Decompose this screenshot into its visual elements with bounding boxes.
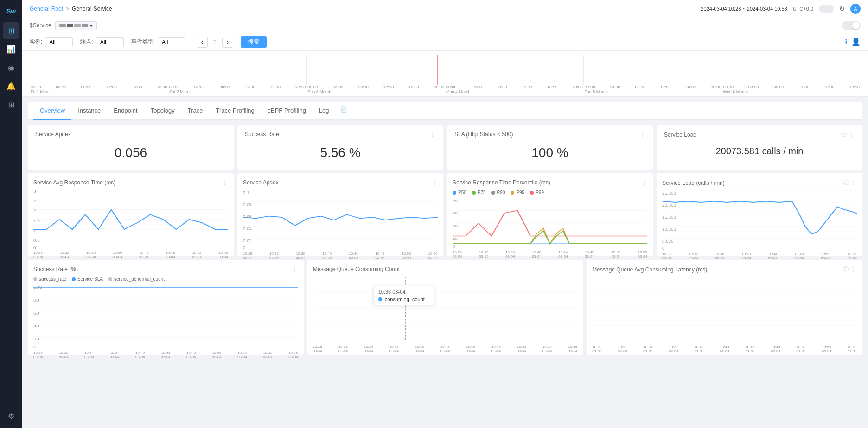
- event-type-select[interactable]: All: [158, 37, 185, 47]
- toggle-handle: [852, 22, 860, 29]
- sidebar: Sw ⊞ 📊 ◉ 🔔 ⊞ ⚙: [0, 0, 22, 428]
- tab-topology[interactable]: Topology: [144, 102, 181, 120]
- service-load-chart-info-icon[interactable]: ⓘ: [843, 179, 849, 187]
- avg-response-svg: 3 2.5 2 1.5 1 0.5 0: [33, 190, 228, 250]
- success-rate-x-labels: 10:2803-0410:3103-0410:3403-0410:3703-04…: [33, 351, 298, 359]
- mq-consuming-chart: 10:36 03-04 consuming_count - 10:2803-04…: [313, 277, 578, 341]
- sidebar-settings[interactable]: ⚙: [3, 408, 19, 424]
- sidebar-profiling[interactable]: ⊞: [3, 96, 19, 113]
- timeline-chart[interactable]: 00:0004:0008:0012:0016:0020:00 Fri 1 Mar…: [30, 55, 861, 96]
- svg-text:20: 20: [453, 224, 458, 228]
- mq-consuming-menu-btn[interactable]: ⋮: [571, 265, 577, 273]
- response-percentile-menu-btn[interactable]: ⋮: [641, 179, 647, 186]
- pagination: ‹ 1 ›: [197, 37, 233, 48]
- tab-overview[interactable]: Overview: [33, 102, 71, 120]
- main-panel: General-Root > General-Service 2024-03-0…: [22, 0, 868, 428]
- service-dot-3: [74, 24, 81, 27]
- svg-text:0.06: 0.06: [243, 215, 252, 219]
- user-icon-btn[interactable]: 👤: [851, 38, 861, 46]
- time-range-display: 2024-03-04 10:28 ~ 2024-03-04 10:58: [701, 6, 787, 12]
- legend-p90: P90: [491, 190, 505, 195]
- service-load-title: Service Load ⓘ ⋮: [664, 131, 855, 138]
- success-rate-chart-title: Success Rate (%) ⋮: [33, 265, 298, 273]
- tooltip-row: consuming_count -: [378, 296, 429, 302]
- sidebar-home[interactable]: ⊞: [3, 22, 19, 39]
- event-type-filter-group: 事件类型: All: [131, 37, 185, 47]
- mq-latency-info-icon[interactable]: ⓘ: [843, 265, 849, 273]
- tab-trace-profiling[interactable]: Trace Profiling: [209, 102, 261, 120]
- tab-doc-icon[interactable]: 📄: [336, 102, 352, 119]
- avg-response-title: Service Avg Response Time (ms) ⋮: [33, 179, 228, 186]
- page-next-btn[interactable]: ›: [222, 37, 233, 48]
- timeline-sun-labels: 00:0004:0008:0012:0016:0020:00 Sun 3 Mar…: [306, 85, 445, 94]
- response-percentile-svg: 40 30 20 10 0: [453, 198, 647, 249]
- service-dot-4: [82, 24, 88, 27]
- service-selector[interactable]: ▾: [55, 21, 97, 30]
- svg-text:0.5: 0.5: [33, 239, 40, 243]
- tooltip-label: consuming_count: [385, 296, 425, 302]
- sla-menu-btn[interactable]: ⋮: [639, 131, 645, 138]
- timeline-current-marker: [437, 55, 438, 85]
- timeline-section: 00:0004:0008:0012:0016:0020:00 Fri 1 Mar…: [22, 51, 868, 97]
- avg-response-menu-btn[interactable]: ⋮: [222, 179, 228, 186]
- instance-select[interactable]: All: [45, 37, 73, 47]
- breadcrumb-root[interactable]: General-Root: [30, 6, 63, 12]
- service-dot-2: [67, 24, 73, 27]
- info-button[interactable]: ℹ: [845, 38, 848, 46]
- svg-text:25,000: 25,000: [662, 191, 676, 195]
- sidebar-dashboard[interactable]: 📊: [3, 41, 19, 57]
- timeline-fri-labels: 00:0004:0008:0012:0016:0020:00 Fri 1 Mar…: [30, 85, 168, 94]
- svg-text:0: 0: [662, 246, 664, 250]
- svg-text:0.08: 0.08: [243, 203, 252, 207]
- response-percentile-title: Service Response Time Percentile (ms) ⋮: [453, 179, 647, 186]
- refresh-button[interactable]: ↻: [839, 5, 845, 13]
- timeline-tue-labels: 00:0004:0008:0012:0016:0020:00 Tue 5 Mar…: [584, 85, 722, 94]
- tooltip-time: 10:36 03-04: [378, 289, 429, 295]
- mq-latency-title: Message Queue Avg Consuming Latency (ms)…: [592, 265, 857, 273]
- sidebar-topology[interactable]: ◉: [3, 59, 19, 76]
- tooltip-dot: [378, 297, 382, 301]
- breadcrumb-separator: >: [66, 6, 69, 12]
- svg-text:0.1: 0.1: [243, 191, 249, 195]
- service-load-info-icon[interactable]: ⓘ: [841, 131, 847, 138]
- tab-trace[interactable]: Trace: [181, 102, 210, 120]
- mq-latency-menu-btn[interactable]: ⋮: [850, 265, 857, 273]
- success-rate-value: 5.56 %: [245, 142, 436, 164]
- service-load-menu-btn[interactable]: ⋮: [849, 131, 855, 138]
- timeline-col-mon: [445, 55, 584, 85]
- timeline-mon-labels: 00:0004:0008:0012:0016:0020:00 Mon 4 Mar…: [445, 85, 584, 94]
- svg-text:60: 60: [33, 311, 39, 315]
- success-rate-card: Success Rate ⋮ 5.56 %: [237, 125, 443, 170]
- endpoint-select[interactable]: All: [96, 37, 124, 47]
- search-button[interactable]: 搜索: [241, 36, 267, 48]
- user-avatar[interactable]: A: [850, 4, 861, 14]
- apdex-menu-btn[interactable]: ⋮: [220, 131, 226, 138]
- success-rate-chart-card: Success Rate (%) ⋮ success_rate Service …: [28, 260, 304, 355]
- service-apdex-chart-menu-btn[interactable]: ⋮: [431, 179, 438, 186]
- mq-consuming-tooltip: 10:36 03-04 consuming_count -: [373, 286, 434, 305]
- svg-text:0: 0: [33, 245, 36, 250]
- mq-latency-x-labels: 10:2803-0410:3103-0410:3403-0410:3703-04…: [592, 345, 857, 353]
- breadcrumb-current: General-Service: [72, 6, 112, 12]
- success-rate-menu-btn[interactable]: ⋮: [429, 131, 436, 138]
- sidebar-alert[interactable]: 🔔: [3, 78, 19, 94]
- tab-log[interactable]: Log: [313, 102, 336, 120]
- sun-label: Sun 3 March: [306, 89, 445, 94]
- tab-instance[interactable]: Instance: [71, 102, 107, 120]
- endpoint-label: 端点:: [80, 38, 93, 46]
- service-load-chart: 25,000 20,000 15,000 10,000 5,000 0 10:2…: [662, 190, 857, 251]
- avg-response-chart-card: Service Avg Response Time (ms) ⋮: [28, 173, 234, 256]
- tab-ebpf-profiling[interactable]: eBPF Profiling: [261, 102, 313, 120]
- tab-endpoint[interactable]: Endpoint: [107, 102, 144, 120]
- svg-text:3: 3: [33, 190, 36, 194]
- svg-text:20,000: 20,000: [662, 203, 676, 208]
- success-rate-chart-menu-btn[interactable]: ⋮: [292, 265, 298, 273]
- service-load-chart-menu-btn[interactable]: ⋮: [850, 179, 857, 187]
- right-toggle-area: [842, 21, 861, 30]
- view-toggle[interactable]: [842, 21, 861, 30]
- page-prev-btn[interactable]: ‹: [197, 37, 208, 48]
- service-load-svg: 25,000 20,000 15,000 10,000 5,000 0: [662, 190, 857, 251]
- svg-text:0.04: 0.04: [243, 227, 252, 231]
- auto-refresh-toggle[interactable]: [819, 5, 834, 13]
- timeline-wed-labels: 00:0004:0008:0012:0016:0020:00 Wed 6 Mar…: [722, 85, 861, 94]
